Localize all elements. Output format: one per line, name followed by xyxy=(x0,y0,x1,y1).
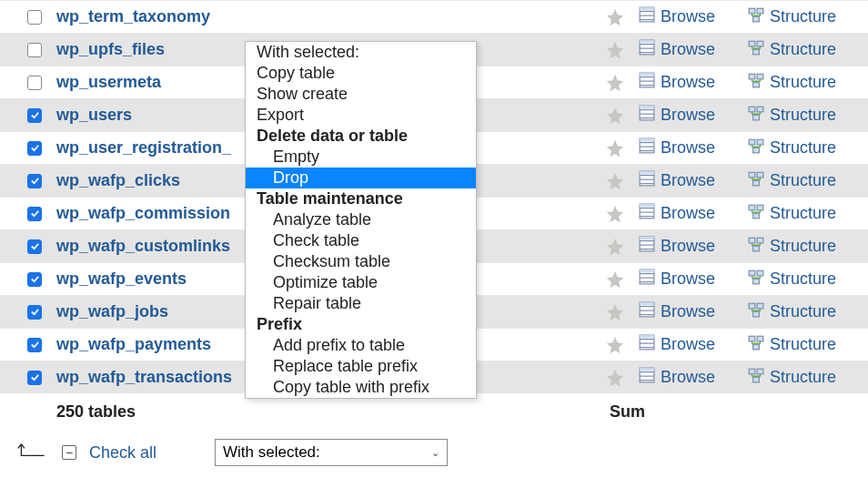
browse-link[interactable]: Browse xyxy=(633,105,742,126)
row-checkbox[interactable] xyxy=(27,141,42,156)
favorite-star-icon[interactable] xyxy=(597,269,633,290)
favorite-star-icon[interactable] xyxy=(597,40,633,60)
structure-icon xyxy=(748,236,764,257)
structure-link[interactable]: Structure xyxy=(742,269,852,290)
browse-link[interactable]: Browse xyxy=(633,72,742,93)
ctx-drop[interactable]: Drop xyxy=(246,168,476,188)
row-checkbox[interactable] xyxy=(27,207,42,221)
svg-rect-86 xyxy=(757,336,763,341)
structure-link[interactable]: Structure xyxy=(742,39,852,60)
structure-link[interactable]: Structure xyxy=(742,72,852,93)
check-all-link[interactable]: Check all xyxy=(89,443,156,463)
structure-link[interactable]: Structure xyxy=(742,367,852,388)
svg-rect-15 xyxy=(753,49,760,55)
svg-rect-60 xyxy=(640,237,654,239)
browse-icon xyxy=(639,72,655,93)
browse-icon xyxy=(639,105,655,126)
context-menu: With selected: Copy table Show create Ex… xyxy=(245,41,477,399)
svg-rect-76 xyxy=(640,302,654,305)
browse-link[interactable]: Browse xyxy=(633,39,742,60)
svg-rect-53 xyxy=(749,205,755,210)
browse-icon xyxy=(639,137,655,158)
structure-link[interactable]: Structure xyxy=(742,236,852,257)
browse-link[interactable]: Browse xyxy=(633,301,742,322)
favorite-star-icon[interactable] xyxy=(597,302,633,322)
svg-rect-44 xyxy=(640,171,654,174)
browse-icon xyxy=(639,203,655,224)
row-checkbox[interactable] xyxy=(27,272,42,287)
structure-link[interactable]: Structure xyxy=(742,6,852,27)
row-checkbox[interactable] xyxy=(27,76,42,90)
svg-rect-21 xyxy=(749,74,755,79)
ctx-repair[interactable]: Repair table xyxy=(246,293,476,314)
ctx-replace-prefix[interactable]: Replace table prefix xyxy=(246,356,476,377)
svg-rect-30 xyxy=(757,107,763,112)
structure-icon xyxy=(748,39,764,60)
browse-link[interactable]: Browse xyxy=(633,334,742,355)
favorite-star-icon[interactable] xyxy=(597,204,633,224)
structure-icon xyxy=(748,170,764,191)
favorite-star-icon[interactable] xyxy=(597,138,633,158)
favorite-star-icon[interactable] xyxy=(597,335,633,355)
browse-link[interactable]: Browse xyxy=(633,170,742,191)
ctx-empty[interactable]: Empty xyxy=(246,147,476,168)
favorite-star-icon[interactable] xyxy=(597,237,633,257)
table-name-link[interactable]: wp_term_taxonomy xyxy=(53,7,597,26)
svg-rect-29 xyxy=(749,107,755,112)
browse-link[interactable]: Browse xyxy=(633,203,742,224)
browse-link[interactable]: Browse xyxy=(633,236,742,257)
row-checkbox[interactable] xyxy=(27,108,42,123)
svg-rect-52 xyxy=(640,204,654,207)
browse-link[interactable]: Browse xyxy=(633,137,742,158)
svg-rect-78 xyxy=(757,303,763,309)
row-checkbox[interactable] xyxy=(27,371,42,385)
structure-icon xyxy=(748,137,764,158)
ctx-show-create[interactable]: Show create xyxy=(246,84,476,105)
browse-link[interactable]: Browse xyxy=(633,367,742,388)
favorite-star-icon[interactable] xyxy=(597,106,633,126)
chevron-down-icon: ⌄ xyxy=(431,447,439,459)
ctx-header-maintenance: Table maintenance xyxy=(246,188,476,209)
svg-rect-5 xyxy=(749,8,755,14)
structure-link[interactable]: Structure xyxy=(742,170,852,191)
structure-link[interactable]: Structure xyxy=(742,334,852,355)
browse-icon xyxy=(639,39,655,60)
structure-link[interactable]: Structure xyxy=(742,137,852,158)
ctx-analyze[interactable]: Analyze table xyxy=(246,209,476,230)
svg-rect-94 xyxy=(757,369,763,374)
svg-rect-14 xyxy=(757,41,763,46)
favorite-star-icon[interactable] xyxy=(597,368,633,388)
svg-rect-28 xyxy=(640,106,654,108)
row-checkbox[interactable] xyxy=(27,43,42,57)
row-checkbox[interactable] xyxy=(27,239,42,254)
svg-rect-31 xyxy=(753,115,760,120)
row-checkbox[interactable] xyxy=(27,174,42,188)
row-checkbox[interactable] xyxy=(27,305,42,320)
browse-link[interactable]: Browse xyxy=(633,6,742,27)
structure-icon xyxy=(748,6,764,27)
row-checkbox[interactable] xyxy=(27,338,42,352)
svg-rect-13 xyxy=(749,41,755,46)
svg-rect-22 xyxy=(757,74,763,79)
row-checkbox[interactable] xyxy=(27,10,42,25)
favorite-star-icon[interactable] xyxy=(597,171,633,191)
structure-link[interactable]: Structure xyxy=(742,105,852,126)
ctx-copy-prefix[interactable]: Copy table with prefix xyxy=(246,377,476,398)
ctx-copy-table[interactable]: Copy table xyxy=(246,63,476,84)
svg-rect-47 xyxy=(753,180,760,186)
ctx-export[interactable]: Export xyxy=(246,105,476,126)
collapse-button[interactable]: − xyxy=(62,445,76,460)
structure-link[interactable]: Structure xyxy=(742,301,852,322)
ctx-checksum[interactable]: Checksum table xyxy=(246,251,476,272)
ctx-check[interactable]: Check table xyxy=(246,230,476,251)
ctx-header-delete: Delete data or table xyxy=(246,126,476,147)
ctx-add-prefix[interactable]: Add prefix to table xyxy=(246,335,476,356)
table-row: wp_term_taxonomyBrowseStructure xyxy=(0,0,868,33)
structure-link[interactable]: Structure xyxy=(742,203,852,224)
favorite-star-icon[interactable] xyxy=(597,73,633,93)
ctx-optimize[interactable]: Optimize table xyxy=(246,272,476,293)
favorite-star-icon[interactable] xyxy=(597,7,633,27)
browse-link[interactable]: Browse xyxy=(633,269,742,290)
svg-rect-45 xyxy=(749,172,755,178)
with-selected-dropdown[interactable]: With selected: ⌄ xyxy=(215,439,448,466)
